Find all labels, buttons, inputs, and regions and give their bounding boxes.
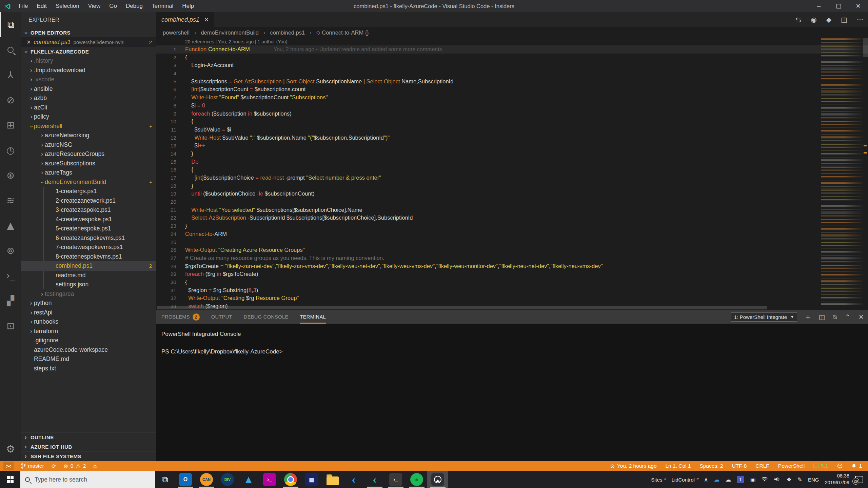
taskbar-camscanner[interactable]: CAN (196, 471, 217, 488)
language-indicator[interactable]: ENG (808, 477, 819, 483)
activitybar-test[interactable]: ◷ (0, 138, 21, 163)
open-editors-header[interactable]: › OPEN EDITORS (21, 28, 156, 37)
action-center-icon[interactable]: 29 (855, 476, 863, 483)
code-line-2[interactable]: 2{ (156, 54, 868, 62)
menu-edit[interactable]: Edit (32, 0, 51, 12)
tree-item-1-creatergs.ps1[interactable]: 1-creatergs.ps1 (21, 187, 156, 196)
tree-item-terraform[interactable]: ›terraform (21, 327, 156, 336)
tree-item-azbb[interactable]: ›azbb (21, 94, 156, 103)
code-line-12[interactable]: 12 Write-Host $subValue ":" $subscriptio… (156, 134, 868, 142)
code-line-23[interactable]: 23} (156, 222, 868, 230)
tree-item-.vscode[interactable]: ›.vscode (21, 75, 156, 84)
notifications-bell[interactable]: 1 (851, 463, 862, 469)
onedrive-personal-icon[interactable]: ☁ (725, 476, 731, 483)
activitybar-debug[interactable]: ⊘ (0, 87, 21, 113)
tree-item-azCli[interactable]: ›azCli (21, 103, 156, 113)
tree-item-6-createzanspokevms.ps1[interactable]: 6-createzanspokevms.ps1 (21, 233, 156, 243)
code-line-19[interactable]: 19 until ($subscriptionChoice -le $subsc… (156, 190, 868, 198)
sidebar-section-ssh-file-systems[interactable]: ›SSH FILE SYSTEMS (21, 451, 156, 461)
taskbar-file-explorer[interactable] (322, 471, 343, 488)
code-line-5[interactable]: 5 $subscriptions = Get-AzSubscription | … (156, 78, 868, 86)
tree-item-python[interactable]: ›python (21, 299, 156, 308)
tree-item-azureSubscriptions[interactable]: ›azureSubscriptions (21, 159, 156, 168)
code-line-3[interactable]: 3 Login-AzAccount (156, 61, 868, 69)
activitybar-powershell[interactable]: ›_ (0, 263, 21, 288)
activitybar-docker[interactable]: ≋ (0, 188, 21, 213)
code-line-21[interactable]: 21 Write-Host "You selected" $subscripti… (156, 206, 868, 214)
language-mode[interactable]: PowerShell (778, 463, 805, 469)
code-line-26[interactable]: 26Write-Output "Creating Azure Resource … (156, 246, 868, 254)
tree-item-demoEnvironmentBuild[interactable]: ›demoEnvironmentBuild● (21, 178, 156, 187)
powershell-version[interactable]: ›_5.1 (813, 463, 828, 469)
menu-selection[interactable]: Selection (51, 0, 84, 12)
code-line-10[interactable]: 10 { (156, 118, 868, 126)
code-line-15[interactable]: 15 Do (156, 158, 868, 166)
horizontal-scrollbar[interactable] (157, 306, 767, 309)
close-icon[interactable]: ✕ (26, 39, 31, 45)
code-line-31[interactable]: 31 $region = $rg.Substring(8,3) (156, 286, 868, 294)
sidebar-section-azure-iot-hub[interactable]: ›AZURE IOT HUB (21, 442, 156, 451)
onedrive-icon[interactable]: ☁ (714, 476, 719, 483)
tab-close-icon[interactable]: ✕ (204, 16, 209, 23)
panel-tab-output[interactable]: OUTPUT (211, 310, 232, 324)
code-line-24[interactable]: 24Connect-to-ARM (156, 230, 868, 238)
search-input[interactable] (34, 476, 142, 484)
tree-item-7-createwespokevms.ps1[interactable]: 7-createwespokevms.ps1 (21, 243, 156, 252)
activitybar-kubernetes[interactable]: ⊛ (0, 163, 21, 188)
minimize-button[interactable]: – (809, 0, 829, 12)
tree-item-3-createzaspoke.ps1[interactable]: 3-createzaspoke.ps1 (21, 205, 156, 215)
wifi-icon[interactable] (761, 476, 768, 483)
tree-item-runbooks[interactable]: ›runbooks (21, 317, 156, 327)
toolbar-lidcontrol[interactable]: LidControl» (672, 477, 698, 483)
settings-gear-icon[interactable]: ⚙ (0, 443, 21, 455)
sidebar-section-outline[interactable]: ›OUTLINE (21, 432, 156, 442)
terminal-select[interactable]: 1: PowerShell Integrate ▼ (731, 312, 797, 322)
taskbar-powershell-preview[interactable]: ›_ (259, 471, 280, 488)
split-editor-icon[interactable]: ◫ (841, 16, 847, 24)
code-line-29[interactable]: 29foreach ($rg in $rgsToCreate) (156, 270, 868, 278)
panel-tab-terminal[interactable]: TERMINAL (300, 310, 326, 324)
taskbar-azure[interactable]: ▲ (238, 471, 259, 488)
panel-tab-debug-console[interactable]: DEBUG CONSOLE (244, 310, 289, 324)
minimap[interactable] (821, 38, 863, 306)
tree-item-azureTags[interactable]: ›azureTags (21, 168, 156, 178)
activitybar-search[interactable] (0, 37, 21, 62)
taskbar-vscode-insiders[interactable]: ‹ (364, 471, 385, 488)
taskbar-spotify[interactable]: ≋ (406, 471, 427, 488)
tree-item-readme.md[interactable]: readme.md (21, 271, 156, 280)
more-actions-icon[interactable]: ··· (857, 16, 863, 24)
maximize-panel-icon[interactable]: ⌃ (845, 313, 850, 321)
cursor-position[interactable]: Ln 1, Col 1 (666, 463, 691, 469)
tree-item-powershell[interactable]: ›powershell● (21, 122, 156, 131)
activitybar-terraform[interactable]: ▞ (0, 288, 21, 313)
taskbar-windows-terminal[interactable]: ›_ (385, 471, 406, 488)
menu-view[interactable]: View (84, 0, 105, 12)
code-line-6[interactable]: 6 [int]$subscriptionCount = $subscriptio… (156, 85, 868, 94)
menu-file[interactable]: File (14, 0, 32, 12)
code-line-20[interactable]: 20 (156, 198, 868, 206)
terminal[interactable]: PowerShell Integrated Console PS C:\User… (156, 324, 283, 356)
indentation[interactable]: Spaces: 2 (699, 463, 723, 469)
taskbar-screenshot-app[interactable] (427, 471, 448, 488)
dropbox-icon[interactable]: ❖ (786, 476, 791, 483)
tree-item-8-createnespokevms.ps1[interactable]: 8-createnespokevms.ps1 (21, 252, 156, 262)
tree-item-.history[interactable]: ›.history (21, 56, 156, 66)
code-line-7[interactable]: 7 Write-Host "Found" $subscriptionCount … (156, 94, 868, 102)
tray-overflow-chevron[interactable]: ∧ (704, 476, 708, 483)
activitybar-extensions[interactable]: ⊞ (0, 113, 21, 138)
codelens[interactable]: 20 references | You, 2 hours ago | 1 aut… (156, 38, 868, 45)
sync-icon[interactable]: ⟳ (52, 463, 56, 469)
taskbar-search[interactable] (20, 471, 155, 488)
breadcrumb-item[interactable]: ◇Connect-to-ARM {} (316, 29, 369, 36)
code-line-28[interactable]: 28$rgsToCreate = "flkelly-zan-net-dev","… (156, 262, 868, 270)
encoding[interactable]: UTF-8 (732, 463, 747, 469)
problems-indicator[interactable]: ⊗0 ⚠2 (63, 463, 86, 469)
tree-item-.tmp.drivedownload[interactable]: ›.tmp.drivedownload (21, 66, 156, 75)
tree-item-2-createzanetwork.ps1[interactable]: 2-createzanetwork.ps1 (21, 196, 156, 206)
code-line-13[interactable]: 13 $i++ (156, 142, 868, 150)
activitybar-azure[interactable]: ▲ (0, 213, 21, 238)
code-line-16[interactable]: 16 { (156, 166, 868, 174)
home-icon[interactable]: ⌂ (93, 463, 97, 469)
tree-item-azureNetworking[interactable]: ›azureNetworking (21, 131, 156, 140)
remote-indicator[interactable]: >< (3, 462, 14, 470)
